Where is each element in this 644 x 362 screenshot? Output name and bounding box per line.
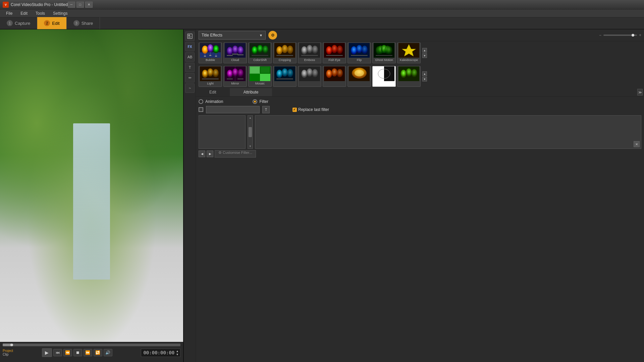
scrubber-handle[interactable] (10, 344, 13, 346)
effect-cropping[interactable]: Cropping (273, 43, 297, 63)
loop-button[interactable]: 🔁 (94, 349, 102, 356)
timecode-value: 00:00:00:00 (143, 350, 174, 355)
title-icon[interactable]: T (185, 63, 195, 72)
svg-rect-75 (213, 78, 219, 79)
panel-expand-icon[interactable]: ≫ (637, 89, 643, 96)
customise-filter-button[interactable]: ⚙ Customise Filter... (215, 150, 256, 158)
effect-light-thumbnail (199, 66, 222, 81)
filter-close-btn[interactable]: ✕ (634, 141, 640, 147)
effect-cropping-label: Cropping (278, 58, 291, 62)
effects-dropdown[interactable]: Title Effects ▼ (199, 31, 266, 40)
clip-label: Clip (3, 353, 8, 356)
filter-nav-prev[interactable]: ◀ (199, 150, 205, 157)
effect-mosaic[interactable]: Mosaic (248, 66, 272, 87)
effect-kaleidoscope[interactable]: Kaleidoscope (397, 43, 421, 63)
effect-r2-6-thumbnail (323, 66, 346, 81)
right-content: FX AB T ✏ ~ Title Effects ▼ ⚙ − (184, 29, 644, 362)
close-button[interactable]: ✕ (85, 2, 93, 8)
effects-scroll-down2[interactable]: ▼ (422, 77, 427, 81)
effect-r2-4-label (284, 81, 285, 82)
filter-label: Filter (259, 99, 268, 104)
svg-point-91 (276, 70, 282, 78)
effects-panel: FX AB T ✏ ~ Title Effects ▼ ⚙ − (184, 29, 644, 362)
tab-edit[interactable]: 2 Edit (37, 17, 66, 29)
edit-attribute-tabs: Edit Attribute ≫ (196, 88, 644, 97)
effect-emboss[interactable]: Emboss (298, 43, 321, 63)
effect-colorshift[interactable]: ColorShift (248, 43, 272, 63)
svg-rect-47 (326, 55, 332, 56)
filter-nav-next[interactable]: ▶ (207, 150, 213, 157)
next-frame-button[interactable]: ⏩ (84, 349, 92, 356)
zoom-handle[interactable] (632, 34, 634, 37)
menu-edit[interactable]: Edit (17, 10, 31, 16)
tab-capture-num: 1 (7, 20, 13, 26)
tab-expand-btn-container: ≫ (637, 88, 644, 96)
effect-bubble[interactable]: Bubble (199, 43, 222, 63)
svg-rect-48 (331, 55, 337, 56)
menu-settings[interactable]: Settings (50, 10, 71, 16)
tab-attribute[interactable]: Attribute (230, 88, 272, 96)
effects-scroll-down[interactable]: ▼ (422, 53, 427, 58)
effect-mirror[interactable]: Mirror (223, 66, 247, 87)
apply-dropdown[interactable] (206, 106, 260, 113)
tab-share[interactable]: 3 Share (67, 17, 100, 29)
minimize-button[interactable]: ─ (68, 2, 75, 8)
filter-scroll-thumb (249, 127, 252, 137)
svg-point-24 (257, 45, 263, 53)
replace-filter-checkbox[interactable]: ✓ (292, 108, 297, 112)
tab-capture[interactable]: 1 Capture (0, 17, 37, 29)
effect-fisheye[interactable]: Fish Eye (323, 43, 346, 63)
zoom-slider[interactable] (603, 35, 637, 36)
effect-r2-4[interactable] (273, 66, 297, 87)
effects-scroll-col2: ▲ ▼ (422, 66, 427, 87)
effect-ghostmotion[interactable]: Ghost Motion (372, 43, 396, 63)
effect-r2-8[interactable] (372, 66, 396, 87)
tab-edit-label: Edit (52, 21, 59, 26)
effects-scroll-up[interactable]: ▲ (422, 48, 427, 53)
filter-radio[interactable]: Filter (253, 99, 268, 104)
filter-scrollbar[interactable]: ▲ ▼ (248, 115, 253, 149)
svg-rect-3 (188, 38, 191, 38)
draw-icon[interactable]: ✏ (185, 73, 195, 82)
effects-settings-button[interactable]: ⚙ (268, 31, 277, 40)
tab-edit-effects[interactable]: Edit (196, 88, 230, 96)
play-button[interactable]: ▶ (42, 348, 52, 357)
effect-r2-6[interactable] (323, 66, 346, 87)
menu-file[interactable]: File (3, 10, 16, 16)
right-main-panel: Title Effects ▼ ⚙ − + (196, 29, 644, 362)
effect-cloud[interactable]: Cloud (223, 43, 247, 63)
effect-r2-6-label (334, 81, 335, 82)
volume-button[interactable]: 🔊 (104, 349, 112, 356)
timecode-arrows[interactable]: ▲ ▼ (176, 350, 178, 356)
effect-r2-9[interactable] (397, 66, 421, 87)
go-to-start-button[interactable]: ⏮ (53, 349, 62, 356)
fx-icon[interactable]: FX (185, 42, 195, 51)
apply-checkbox[interactable] (199, 107, 203, 112)
menu-tools[interactable]: Tools (32, 10, 48, 16)
stop-button[interactable]: ⏹ (73, 349, 82, 356)
scrubber-bar[interactable] (3, 344, 180, 346)
tab-edit-num: 2 (44, 20, 50, 26)
svg-point-102 (326, 70, 332, 78)
effects-scroll-up2[interactable]: ▲ (422, 71, 427, 76)
animation-radio[interactable]: Animation (199, 99, 223, 104)
app-title: Corel VideoStudio Pro - Untitled (11, 2, 68, 7)
media-icon[interactable] (185, 32, 195, 41)
svg-rect-87 (260, 74, 270, 81)
app-logo: V (3, 2, 9, 8)
animation-radio-circle (199, 99, 203, 104)
svg-point-39 (312, 46, 318, 54)
path-icon[interactable]: ~ (185, 83, 195, 93)
prev-frame-button[interactable]: ⏪ (63, 349, 72, 356)
svg-point-79 (237, 69, 244, 77)
effect-r2-5[interactable] (298, 66, 321, 87)
restore-button[interactable]: □ (76, 2, 84, 8)
apply-settings-btn[interactable]: T (262, 106, 270, 113)
effect-r2-7[interactable] (347, 66, 371, 87)
text-icon[interactable]: AB (185, 52, 195, 62)
effect-flip[interactable]: Flip (347, 43, 371, 63)
effects-header: Title Effects ▼ ⚙ − + (196, 29, 644, 41)
effect-light[interactable]: Light (199, 66, 222, 87)
svg-point-103 (331, 68, 337, 76)
svg-point-113 (406, 68, 412, 76)
